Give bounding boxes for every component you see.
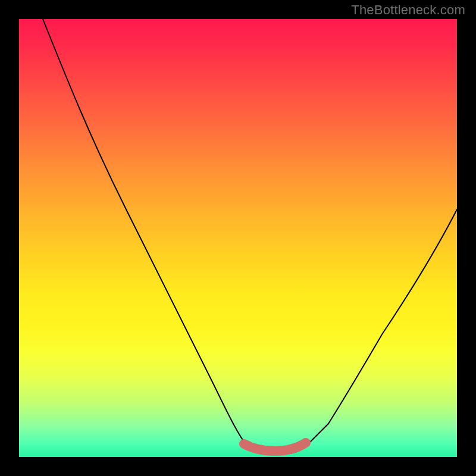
curve-svg (19, 19, 457, 457)
bottleneck-curve (43, 19, 457, 453)
plot-area (19, 19, 457, 457)
bottom-accent (244, 443, 306, 451)
chart-frame: TheBottleneck.com (0, 0, 476, 476)
watermark-text: TheBottleneck.com (351, 2, 465, 18)
